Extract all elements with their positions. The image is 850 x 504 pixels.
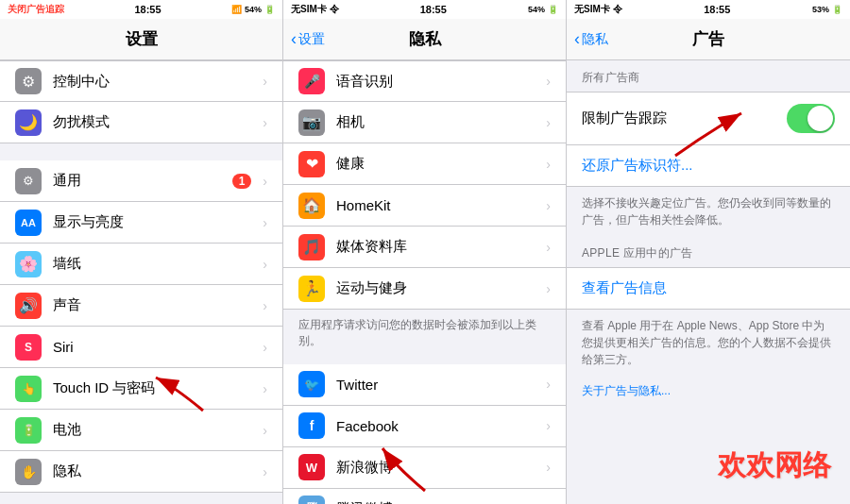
list-item-health[interactable]: ❤ 健康 › bbox=[283, 143, 566, 185]
dnd-icon: 🌙 bbox=[15, 109, 42, 136]
list-item-general[interactable]: ⚙ 通用 1 › bbox=[0, 160, 282, 202]
list-item-fitness[interactable]: 🏃 运动与健身 › bbox=[283, 268, 566, 310]
privacy-icon: ✋ bbox=[15, 459, 42, 485]
apple-ads-label: APPLE 应用中的广告 bbox=[567, 236, 850, 267]
privacy-link[interactable]: 关于广告与隐私... bbox=[567, 376, 850, 407]
battery-1: 📶 54% 🔋 bbox=[231, 5, 275, 14]
weibo-icon: W bbox=[298, 454, 325, 480]
settings-panel: 关闭广告追踪 18:55 📶 54% 🔋 设置 ⚙ 控制中心 › 🌙 勿扰模式 bbox=[0, 0, 283, 504]
nav-bar-2: ‹ 设置 隐私 bbox=[283, 19, 566, 60]
time-1: 18:55 bbox=[134, 4, 161, 15]
reset-link: 还原广告标识符... bbox=[582, 157, 693, 175]
health-icon: ❤ bbox=[298, 151, 325, 177]
nav-bar-1: 设置 bbox=[0, 19, 282, 60]
nav-back-2[interactable]: ‹ 设置 bbox=[291, 29, 325, 49]
camera-icon: 📷 bbox=[298, 109, 325, 136]
privacy-list: 🎤 语音识别 › 📷 相机 › ❤ 健康 › 🏠 HomeKit › 🎵 bbox=[283, 60, 566, 504]
apple-ads-desc: 查看 Apple 用于在 Apple News、App Store 中为您提供更… bbox=[567, 310, 850, 376]
list-item-twitter[interactable]: 🐦 Twitter › bbox=[283, 364, 566, 406]
list-item-camera[interactable]: 📷 相机 › bbox=[283, 102, 566, 143]
touchid-icon: 👆 bbox=[15, 376, 42, 402]
list-item-siri[interactable]: S Siri › bbox=[0, 327, 282, 368]
homekit-icon: 🏠 bbox=[298, 193, 325, 219]
facebook-icon: f bbox=[298, 412, 325, 439]
wallpaper-icon: 🌸 bbox=[15, 251, 42, 277]
privacy-panel: 无SIM卡 令 18:55 54% 🔋 ‹ 设置 隐私 🎤 语音识别 › 📷 相… bbox=[283, 0, 567, 504]
speech-icon: 🎤 bbox=[298, 68, 325, 94]
siri-icon: S bbox=[15, 334, 42, 361]
list-item-control-center[interactable]: ⚙ 控制中心 › bbox=[0, 60, 282, 102]
status-left-3: 无SIM卡 令 bbox=[574, 3, 622, 16]
watermark: 欢欢网络 bbox=[718, 446, 831, 485]
nav-title-1: 设置 bbox=[126, 28, 158, 50]
general-icon: ⚙ bbox=[15, 168, 42, 194]
list-item-touchid[interactable]: 👆 Touch ID 与密码 › bbox=[0, 368, 282, 410]
battery-2: 54% 🔋 bbox=[528, 5, 558, 14]
reset-id-row[interactable]: 还原广告标识符... bbox=[567, 145, 850, 187]
status-bar-3: 无SIM卡 令 18:55 53% 🔋 bbox=[567, 0, 850, 19]
display-icon: AA bbox=[15, 210, 42, 236]
list-item-dnd[interactable]: 🌙 勿扰模式 › bbox=[0, 102, 282, 143]
limit-tracking-row[interactable]: 限制广告跟踪 bbox=[567, 92, 850, 145]
nav-title-3: 广告 bbox=[692, 28, 724, 50]
nav-title-2: 隐私 bbox=[409, 28, 441, 50]
status-bar-2: 无SIM卡 令 18:55 54% 🔋 bbox=[283, 0, 566, 19]
list-item-battery[interactable]: 🔋 电池 › bbox=[0, 410, 282, 451]
time-2: 18:55 bbox=[420, 4, 447, 15]
tencent-icon: 腾 bbox=[298, 496, 325, 504]
list-item-media[interactable]: 🎵 媒体资料库 › bbox=[283, 227, 566, 268]
control-center-icon: ⚙ bbox=[15, 68, 42, 94]
status-bar-1: 关闭广告追踪 18:55 📶 54% 🔋 bbox=[0, 0, 282, 19]
media-icon: 🎵 bbox=[298, 234, 325, 260]
status-left-1: 关闭广告追踪 bbox=[8, 3, 64, 16]
list-item-sounds[interactable]: 🔊 声音 › bbox=[0, 285, 282, 327]
list-item-tencent[interactable]: 腾 腾讯微博 › bbox=[283, 489, 566, 504]
limit-label: 限制广告跟踪 bbox=[582, 109, 667, 127]
fitness-icon: 🏃 bbox=[298, 276, 325, 302]
status-left-2: 无SIM卡 令 bbox=[291, 3, 339, 16]
list-item-facebook[interactable]: f Facebook › bbox=[283, 406, 566, 447]
list-item-privacy[interactable]: ✋ 隐私 › bbox=[0, 451, 282, 493]
nav-bar-3: ‹ 隐私 广告 bbox=[567, 19, 850, 60]
settings-list-1: ⚙ 控制中心 › 🌙 勿扰模式 › ⚙ 通用 1 › AA 显示与亮度 › bbox=[0, 60, 282, 504]
ad-panel: 无SIM卡 令 18:55 53% 🔋 ‹ 隐私 广告 所有广告商 限制广告跟踪 bbox=[567, 0, 850, 504]
ad-settings-list: 所有广告商 限制广告跟踪 还原广告标识符... 选择不接收兴趣定位广告。您仍会收… bbox=[567, 60, 850, 504]
nav-back-3[interactable]: ‹ 隐私 bbox=[574, 29, 608, 49]
view-ad-info-row[interactable]: 查看广告信息 bbox=[567, 267, 850, 310]
twitter-icon: 🐦 bbox=[298, 371, 325, 397]
battery-3: 53% 🔋 bbox=[812, 5, 842, 14]
time-3: 18:55 bbox=[704, 4, 730, 15]
list-item-weibo[interactable]: W 新浪微博 › bbox=[283, 447, 566, 489]
list-item-display[interactable]: AA 显示与亮度 › bbox=[0, 202, 282, 244]
sounds-icon: 🔊 bbox=[15, 293, 42, 319]
limit-tracking-toggle[interactable] bbox=[787, 104, 835, 133]
list-item-speech[interactable]: 🎤 语音识别 › bbox=[283, 60, 566, 102]
battery-icon: 🔋 bbox=[15, 417, 42, 444]
view-ad-info-link: 查看广告信息 bbox=[582, 279, 667, 295]
list-item-homekit[interactable]: 🏠 HomeKit › bbox=[283, 185, 566, 227]
ad-description: 选择不接收兴趣定位广告。您仍会收到同等数量的广告，但广告相关性会降低。 bbox=[567, 187, 850, 236]
all-ads-label: 所有广告商 bbox=[567, 60, 850, 92]
list-item-wallpaper[interactable]: 🌸 墙纸 › bbox=[0, 244, 282, 285]
note-1: 应用程序请求访问您的数据时会被添加到以上类别。 bbox=[283, 310, 566, 357]
